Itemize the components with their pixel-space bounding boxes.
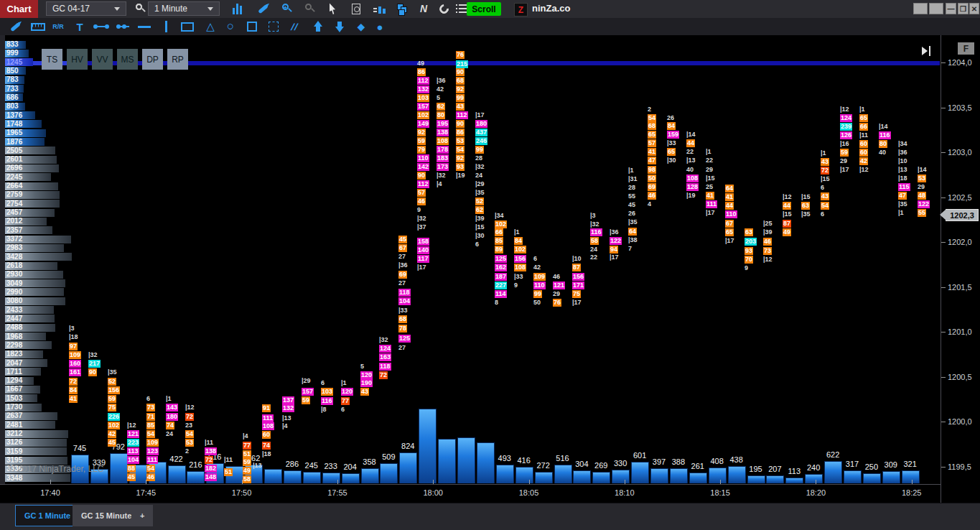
footprint-cell: 123 [146,447,159,455]
rectangle-icon[interactable] [178,19,197,34]
footprint-cell: 97 [69,343,78,350]
instrument-selector[interactable]: GC 04-17 [46,1,126,16]
time-axis-divider [0,484,941,485]
window-blank-button-1[interactable] [913,3,928,14]
footprint-cell: 157 [302,388,314,396]
footprint-cell: |15 [821,175,830,183]
footprint-cell: |32 [475,163,485,171]
arrow-up-icon[interactable] [309,19,327,34]
chart-menu-button[interactable]: Chart [0,0,38,18]
time-axis-label: 17:50 [224,488,260,497]
dot-icon[interactable]: ● [370,19,389,34]
cursor-icon[interactable] [323,1,343,17]
indicator-button-ts[interactable]: TS [42,49,62,70]
volume-profile-value: 1968 [6,333,22,341]
ray-icon[interactable] [113,19,132,34]
indicator-button-vv[interactable]: VV [92,49,113,70]
volume-profile-value: 850 [6,67,19,75]
footprint-cell: 24 [166,430,173,438]
footprint-cell: 116 [321,397,333,405]
footprint-cell: 132 [282,404,294,412]
indicator-button-hv[interactable]: HV [67,49,88,70]
zoom-in-icon[interactable]: + [277,1,297,17]
vertical-line-icon[interactable] [157,19,175,34]
scroll-button[interactable]: Scroll [467,2,501,16]
footprint-cell: 74 [166,422,174,429]
footprint-cell: 156 [572,273,584,281]
footprint-cell: |13 [686,157,696,164]
market-analyzer-icon[interactable] [392,1,412,17]
footprint-cell: 111 [706,200,717,208]
volume-bar [399,452,417,483]
trend-line-icon[interactable] [92,19,111,34]
volume-profile-value: 2488 [6,323,22,332]
risk-reward-icon[interactable]: R/R [49,19,67,34]
indicator-button-ms[interactable]: MS [117,49,138,70]
close-icon[interactable]: ✕ [969,3,979,14]
price-axis-tick [941,62,946,63]
volume-profile-value: 2447 [6,315,22,323]
pattern-icon[interactable]: N [414,1,434,17]
add-tab-button[interactable]: + [131,505,153,526]
chart-style-icon[interactable] [227,1,247,17]
triangle-icon[interactable]: △ [201,19,220,34]
data-box-icon[interactable] [346,1,366,17]
region-icon[interactable] [264,19,283,34]
time-axis-tick [625,480,625,484]
tab-gc-15-minute[interactable]: GC 15 Minute [73,505,140,526]
pen-icon[interactable] [6,19,24,34]
footprint-cell: 6 [146,395,150,403]
reload-icon[interactable] [434,1,454,17]
footprint-cell: 44 [686,139,695,147]
diamond-icon[interactable]: ◆ [352,19,370,34]
footprint-cell: 51 [243,450,251,458]
interval-selector[interactable]: 1 Minute [148,1,220,16]
tab-gc-1-minute[interactable]: GC 1 Minute [15,505,80,526]
footprint-cell: |15 [783,210,792,218]
footprint-cell: 2 [185,447,189,455]
zoom-out-icon[interactable] [300,1,320,17]
price-axis-label: 1203,0 [948,148,978,157]
footprint-cell: |17 [706,209,715,217]
footprint-cell: 157 [417,103,429,111]
price-axis-tick [941,422,946,422]
volume-profile-value: 833 [6,40,19,49]
footprint-cell: 59 [243,458,251,466]
footprint-cell: |1 [859,106,865,113]
chart-window: Chart GC 04-17 1 Minute + N [0,0,980,530]
footprint-cell: 72 [205,456,213,464]
hatch-icon[interactable]: // [286,19,304,34]
minimize-icon[interactable]: — [946,3,956,14]
footprint-cell: 69 [648,183,656,191]
volume-profile-value: 733 [6,85,19,93]
footprint-cell: 187 [495,273,507,281]
price-axis-tick [941,108,946,108]
indicator-button-rp[interactable]: RP [167,49,188,70]
footprint-cell: 109 [533,273,546,281]
footprint-cell: 47 [898,192,907,200]
volume-profile-value: 783 [6,75,19,84]
square-icon[interactable] [243,19,261,34]
window-blank-button-2[interactable] [929,3,943,14]
footprint-cell: 120 [360,371,373,379]
indicator-button-dp[interactable]: DP [142,49,163,70]
go-to-last-bar-icon[interactable] [922,46,933,56]
text-tool-icon[interactable]: T [70,19,89,34]
pencil-icon[interactable] [253,1,273,17]
ellipse-icon[interactable]: ○ [221,19,240,34]
ruler-icon[interactable] [29,19,47,34]
fixed-scale-button[interactable]: F [958,42,974,55]
arrow-down-icon[interactable] [330,19,349,34]
footprint-cell: 142 [417,163,429,171]
footprint-cell: 72 [821,167,829,175]
footprint-cell: 163 [379,353,391,361]
time-axis-tick [816,480,816,484]
volume-bar [612,470,630,483]
chart-trader-icon[interactable] [369,1,389,17]
restore-icon[interactable]: ❐ [958,3,969,14]
time-axis-label: 18:20 [798,488,834,497]
footprint-cell: 22 [706,157,713,164]
footprint-cell: 72 [379,371,388,379]
horizontal-line-icon[interactable] [135,19,154,34]
footprint-cell: 60 [262,431,271,439]
